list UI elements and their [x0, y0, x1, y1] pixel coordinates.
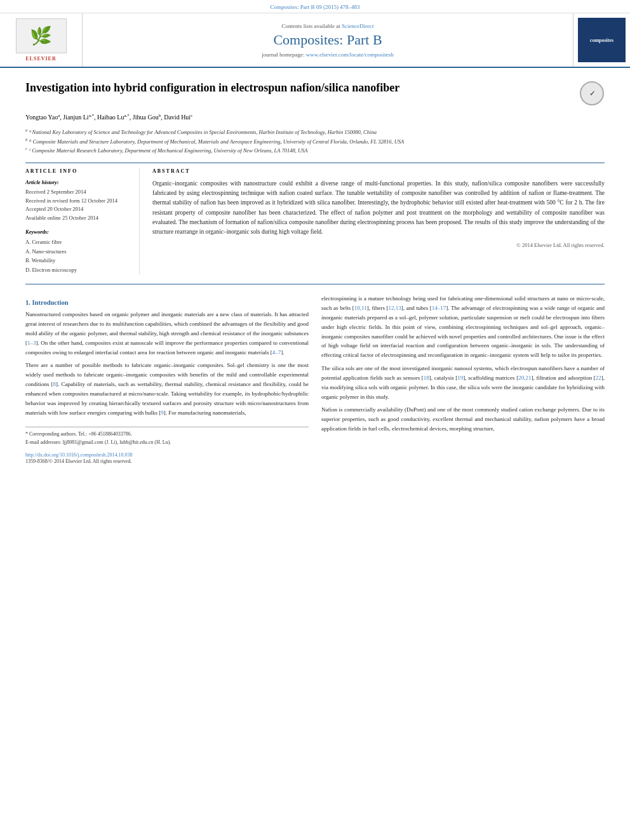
abstract-section: ABSTRACT Organic–inorganic composites wi…	[152, 168, 605, 274]
affiliation-c: c ᶜ Composite Material Research Laborato…	[25, 145, 605, 155]
intro-para-4: The silica sols are one of the most inve…	[321, 364, 605, 401]
main-divider	[25, 284, 605, 284]
intro-para-5: Nafion is commercially availability (DuP…	[321, 405, 605, 434]
journal-header-center: Contents lists available at ScienceDirec…	[83, 13, 573, 67]
history-revised: Received in revised form 12 October 2014	[25, 197, 130, 206]
footnote-section: * Corresponding authors. Tel.: +86 45188…	[25, 427, 309, 447]
science-direct-link[interactable]: ScienceDirect	[342, 23, 373, 29]
body-right-column: electrospinning is a mature technology b…	[321, 294, 605, 466]
intro-para-1: Nanostructured composites based on organ…	[25, 310, 309, 357]
article-info-left: ARTICLE INFO Article history: Received 2…	[25, 168, 140, 274]
science-direct-line: Contents lists available at ScienceDirec…	[282, 23, 374, 29]
article-history-title: Article history:	[25, 179, 130, 185]
keyword-1: A. Ceramic fibre	[25, 237, 130, 246]
authors-line: Yongtao Yaoa, Jianjun Lia,*, Haibao Lua,…	[25, 112, 605, 122]
journal-header: 🌿 ELSEVIER Contents lists available at S…	[0, 13, 630, 68]
crossmark-section: ✓	[579, 81, 605, 106]
article-title-section: Investigation into hybrid configuration …	[25, 81, 605, 106]
affiliation-b: b ᵇ Composite Materials and Structure La…	[25, 137, 605, 146]
keyword-2: A. Nano-structures	[25, 247, 130, 256]
article-info-section: ARTICLE INFO Article history: Received 2…	[25, 168, 605, 274]
journal-title: Composites: Part B	[273, 32, 382, 48]
doi-link[interactable]: http://dx.doi.org/10.1016/j.compositesb.…	[25, 452, 133, 458]
keyword-4: D. Electron microscopy	[25, 265, 130, 274]
footnote-corresponding: * Corresponding authors. Tel.: +86 45188…	[25, 430, 309, 439]
top-bar: Composites: Part B 69 (2015) 478–483	[0, 0, 630, 13]
keyword-3: B. Wettability	[25, 256, 130, 265]
elsevier-logo-section: 🌿 ELSEVIER	[0, 13, 83, 67]
article-info-title: ARTICLE INFO	[25, 168, 130, 174]
intro-para-2: There are a number of possible methods t…	[25, 361, 309, 417]
section-number: 1.	[25, 299, 30, 306]
history-received: Received 2 September 2014	[25, 188, 130, 197]
journal-citation: Composites: Part B 69 (2015) 478–483	[270, 4, 359, 10]
elsevier-label: ELSEVIER	[25, 56, 56, 62]
journal-homepage: journal homepage: www.elsevier.com/locat…	[262, 51, 393, 58]
keywords-section: Keywords: A. Ceramic fibre A. Nano-struc…	[25, 229, 130, 274]
intro-para-3: electrospinning is a mature technology b…	[321, 294, 605, 360]
intro-heading: 1. Introduction	[25, 299, 309, 306]
authors-text: Yongtao Yaoa, Jianjun Lia,*, Haibao Lua,…	[25, 114, 192, 121]
body-columns: 1. Introduction Nanostructured composite…	[25, 294, 605, 466]
crossmark-symbol: ✓	[589, 90, 595, 98]
doi-section: http://dx.doi.org/10.1016/j.compositesb.…	[25, 452, 309, 466]
footnote-email: E-mail addresses: ljj8081@gmail.com (J. …	[25, 439, 309, 447]
science-direct-prefix: Contents lists available at	[282, 23, 342, 29]
top-divider	[25, 163, 605, 163]
composites-logo: composites	[578, 18, 626, 62]
elsevier-tree-logo: 🌿	[16, 18, 67, 53]
history-accepted: Accepted 20 October 2014	[25, 205, 130, 214]
copyright-line: © 2014 Elsevier Ltd. All rights reserved…	[152, 242, 605, 248]
history-online: Available online 25 October 2014	[25, 214, 130, 223]
body-left-column: 1. Introduction Nanostructured composite…	[25, 294, 309, 466]
homepage-prefix: journal homepage:	[262, 51, 305, 58]
composites-logo-text: composites	[590, 37, 613, 43]
composites-logo-section: composites	[573, 13, 630, 67]
affiliation-a: a ᵃ National Key Laboratory of Science a…	[25, 127, 605, 137]
article-main: Investigation into hybrid configuration …	[0, 68, 630, 479]
section-title: Introduction	[32, 299, 69, 306]
homepage-link[interactable]: www.elsevier.com/locate/compositesb	[306, 51, 394, 58]
tree-icon: 🌿	[30, 27, 52, 45]
abstract-text: Organic–inorganic composites with nanost…	[152, 179, 605, 237]
keywords-title: Keywords:	[25, 229, 130, 235]
issn-line: 1359-8368/© 2014 Elsevier Ltd. All right…	[25, 458, 309, 466]
article-title: Investigation into hybrid configuration …	[25, 81, 579, 95]
elsevier-logo: 🌿 ELSEVIER	[16, 18, 67, 62]
affiliations: a ᵃ National Key Laboratory of Science a…	[25, 127, 605, 155]
crossmark-icon: ✓	[580, 81, 604, 105]
abstract-title: ABSTRACT	[152, 168, 605, 174]
